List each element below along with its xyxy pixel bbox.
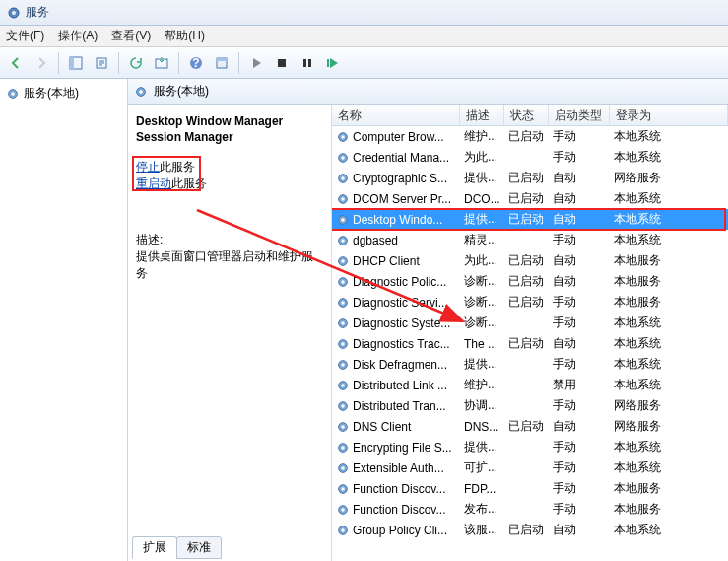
tab-extended[interactable]: 扩展 <box>132 536 177 559</box>
svc-logon: 网络服务 <box>610 170 728 186</box>
svg-point-32 <box>341 259 345 263</box>
svc-startup: 自动 <box>549 273 610 290</box>
service-row[interactable]: Extensible Auth...可扩...手动本地系统 <box>332 457 728 478</box>
svc-startup: 自动 <box>549 170 610 186</box>
service-row[interactable]: Desktop Windo...提供...已启动自动本地系统 <box>332 209 728 230</box>
svc-status: 已启动 <box>504 190 549 207</box>
svg-point-40 <box>341 342 345 346</box>
restart-service-button[interactable] <box>321 51 345 75</box>
right-panel: 服务(本地) Desktop Window Manager Session Ma… <box>128 79 728 561</box>
help-button[interactable]: ? <box>184 51 208 75</box>
svg-point-52 <box>341 466 345 470</box>
service-row[interactable]: Function Discov...FDP...手动本地服务 <box>332 478 728 499</box>
svc-startup: 手动 <box>549 356 610 373</box>
gear-icon <box>336 482 350 496</box>
svc-name: Distributed Link ... <box>353 379 447 392</box>
service-row[interactable]: Distributed Link ...维护...禁用本地系统 <box>332 375 728 395</box>
svc-logon: 网络服务 <box>610 418 728 435</box>
gear-icon <box>336 337 350 351</box>
svc-desc: 该服... <box>460 522 504 538</box>
svc-startup: 手动 <box>549 501 610 518</box>
restart-link[interactable]: 重启动 <box>136 176 171 190</box>
show-hide-tree-button[interactable] <box>64 51 88 75</box>
menu-file[interactable]: 文件(F) <box>6 28 44 44</box>
col-logon[interactable]: 登录为 <box>610 105 728 125</box>
tab-standard[interactable]: 标准 <box>176 536 222 559</box>
svg-point-22 <box>341 156 345 160</box>
service-row[interactable]: DHCP Client为此...已启动自动本地服务 <box>332 250 728 271</box>
gear-icon <box>134 85 148 99</box>
service-row[interactable]: DNS ClientDNS...已启动自动网络服务 <box>332 416 728 437</box>
svg-point-30 <box>341 239 345 243</box>
svg-point-20 <box>341 135 345 139</box>
service-row[interactable]: Function Discov...发布...手动本地服务 <box>332 499 728 520</box>
svc-status: 已启动 <box>504 128 549 145</box>
service-row[interactable]: Computer Brow...维护...已启动手动本地系统 <box>332 126 728 147</box>
svg-rect-9 <box>217 58 227 61</box>
service-row[interactable]: Cryptographic S...提供...已启动自动网络服务 <box>332 168 728 188</box>
gear-icon <box>336 503 350 517</box>
svc-logon: 本地系统 <box>610 377 728 393</box>
svc-desc: 协调... <box>460 397 504 414</box>
service-row[interactable]: Credential Mana...为此...手动本地系统 <box>332 147 728 168</box>
back-button[interactable] <box>4 51 28 75</box>
menu-help[interactable]: 帮助(H) <box>165 28 205 44</box>
svc-logon: 本地系统 <box>610 211 728 228</box>
service-row[interactable]: Group Policy Cli...该服...已启动自动本地系统 <box>332 520 728 540</box>
service-row[interactable]: Diagnostic Syste...诊断...手动本地系统 <box>332 313 728 333</box>
pause-service-button[interactable] <box>296 51 319 75</box>
service-row[interactable]: Disk Defragmen...提供...手动本地系统 <box>332 354 728 375</box>
col-name[interactable]: 名称 <box>332 105 460 125</box>
svc-name: Computer Brow... <box>353 130 444 144</box>
col-status[interactable]: 状态 <box>504 105 549 125</box>
svg-rect-12 <box>308 59 311 67</box>
action-links: 停止此服务 重启动此服务 <box>136 159 323 192</box>
svc-startup: 自动 <box>549 252 610 269</box>
svc-name: Cryptographic S... <box>353 172 447 185</box>
gear-icon <box>336 379 350 392</box>
gear-icon <box>336 441 350 455</box>
svc-name: Encrypting File S... <box>353 441 452 455</box>
svc-logon: 本地系统 <box>610 522 728 538</box>
service-row[interactable]: Diagnostic Servi...诊断...已启动手动本地服务 <box>332 292 728 313</box>
service-row[interactable]: Distributed Tran...协调...手动网络服务 <box>332 395 728 416</box>
menu-view[interactable]: 查看(V) <box>111 28 151 44</box>
forward-button[interactable] <box>30 51 53 75</box>
properties-button[interactable] <box>210 51 233 75</box>
service-row[interactable]: Diagnostic Polic...诊断...已启动自动本地服务 <box>332 271 728 292</box>
refresh-button[interactable] <box>124 51 148 75</box>
svc-logon: 本地系统 <box>610 232 728 248</box>
col-startup[interactable]: 启动类型 <box>549 105 610 125</box>
svg-point-24 <box>341 176 345 180</box>
col-desc[interactable]: 描述 <box>460 105 504 125</box>
svg-point-42 <box>341 363 345 367</box>
service-row[interactable]: Diagnostics Trac...The ...已启动自动本地系统 <box>332 333 728 354</box>
svc-name: Diagnostic Servi... <box>353 296 448 310</box>
svc-desc: 提供... <box>460 211 504 228</box>
svc-status: 已启动 <box>504 522 549 538</box>
svc-desc: 发布... <box>460 501 504 518</box>
stop-link[interactable]: 停止 <box>136 160 160 174</box>
export-list-button[interactable] <box>150 51 173 75</box>
svc-status: 已启动 <box>504 273 549 290</box>
start-service-button[interactable] <box>244 51 268 75</box>
gear-icon <box>336 399 350 413</box>
svc-name: DCOM Server Pr... <box>353 192 451 206</box>
gear-icon <box>336 420 350 434</box>
menu-action[interactable]: 操作(A) <box>58 28 98 44</box>
service-row[interactable]: Encrypting File S...提供...手动本地系统 <box>332 437 728 457</box>
service-row[interactable]: DCOM Server Pr...DCO...已启动自动本地系统 <box>332 188 728 209</box>
svc-startup: 手动 <box>549 149 610 166</box>
svc-name: Diagnostics Trac... <box>353 337 450 351</box>
service-row[interactable]: dgbased精灵...手动本地系统 <box>332 230 728 250</box>
stop-service-button[interactable] <box>270 51 294 75</box>
gear-icon <box>336 213 350 227</box>
svc-startup: 自动 <box>549 418 610 435</box>
svc-startup: 自动 <box>549 522 610 538</box>
svc-logon: 本地服务 <box>610 294 728 311</box>
svc-startup: 手动 <box>549 232 610 248</box>
tree-root-item[interactable]: 服务(本地) <box>4 83 123 104</box>
column-headers: 名称 描述 状态 启动类型 登录为 <box>332 105 728 126</box>
export-button[interactable] <box>90 51 113 75</box>
svc-name: Diagnostic Syste... <box>353 316 450 330</box>
